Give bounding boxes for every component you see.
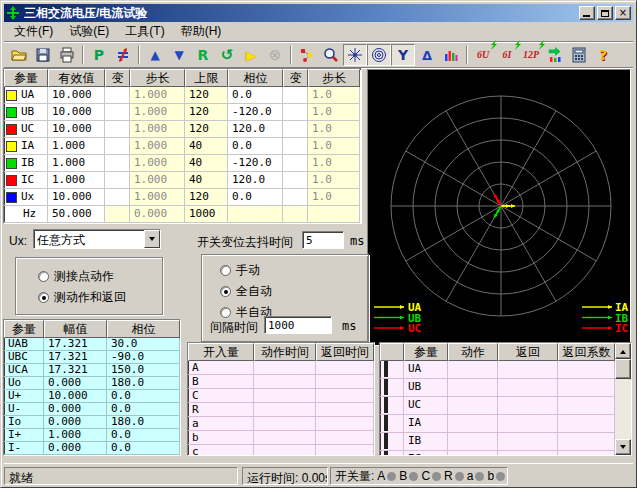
- var-cell[interactable]: [283, 87, 308, 104]
- phase-cell[interactable]: -120.0: [228, 104, 283, 121]
- scroll-down-button[interactable]: [615, 439, 631, 455]
- var-cell[interactable]: [283, 206, 308, 223]
- crosshair-view-button[interactable]: [343, 44, 367, 66]
- polar-grid-button[interactable]: [367, 44, 391, 66]
- step-down-button[interactable]: ▼: [167, 44, 191, 66]
- output-button[interactable]: [543, 44, 567, 66]
- limit-cell[interactable]: 120: [185, 87, 228, 104]
- menu-item[interactable]: 文件(F): [6, 20, 61, 43]
- six-voltage-button[interactable]: 6U: [471, 44, 495, 66]
- var-cell[interactable]: [283, 121, 308, 138]
- limit-cell[interactable]: 120: [185, 104, 228, 121]
- row-checkbox[interactable]: [384, 415, 388, 431]
- delta-view-button[interactable]: Δ: [415, 44, 439, 66]
- phase-adjust-button[interactable]: [111, 44, 135, 66]
- twelve-p-icon: 12P: [523, 50, 539, 60]
- rms-cell[interactable]: 1.000: [48, 138, 105, 155]
- limit-cell[interactable]: 120: [185, 121, 228, 138]
- phase-cell[interactable]: -120.0: [228, 155, 283, 172]
- menu-item[interactable]: 工具(T): [117, 20, 172, 43]
- rms-cell[interactable]: 1.000: [48, 172, 105, 189]
- calculator-button[interactable]: [567, 44, 591, 66]
- rms-cell[interactable]: 50.000: [48, 206, 105, 223]
- row-checkbox[interactable]: [384, 451, 388, 456]
- phase-cell[interactable]: 120.0: [228, 121, 283, 138]
- help-button[interactable]: ?: [591, 44, 615, 66]
- phase-cell[interactable]: 120.0: [228, 172, 283, 189]
- param-row: IC1.0001.00040120.01.0: [4, 172, 361, 189]
- sequence-row: U+10.0000.0: [4, 390, 180, 403]
- run-mode-option[interactable]: 全自动: [220, 283, 272, 300]
- param-name-cell: IC: [4, 172, 48, 189]
- undo-button[interactable]: ↺: [215, 44, 239, 66]
- phase-cell[interactable]: 0.0: [228, 138, 283, 155]
- start-button[interactable]: ▶: [239, 44, 263, 66]
- limit-cell[interactable]: 40: [185, 155, 228, 172]
- open-button[interactable]: [7, 44, 31, 66]
- bar-chart-button[interactable]: [439, 44, 463, 66]
- phasor-points-button[interactable]: [295, 44, 319, 66]
- var-cell[interactable]: [105, 155, 130, 172]
- row-checkbox[interactable]: [384, 379, 388, 395]
- color-swatch: [6, 107, 17, 118]
- limit-cell[interactable]: 1000: [185, 206, 228, 223]
- combo-dropdown-button[interactable]: [144, 230, 160, 248]
- limit-cell[interactable]: 40: [185, 138, 228, 155]
- ux-mode-select[interactable]: 任意方式: [33, 229, 161, 249]
- minimize-button[interactable]: [579, 6, 595, 20]
- wye-view-button[interactable]: Y: [391, 44, 415, 66]
- print-button[interactable]: [55, 44, 79, 66]
- reset-button[interactable]: R: [191, 44, 215, 66]
- twelve-p-button[interactable]: 12P: [519, 44, 543, 66]
- step-up-button[interactable]: ▲: [143, 44, 167, 66]
- six-current-button[interactable]: 6I: [495, 44, 519, 66]
- save-button[interactable]: [31, 44, 55, 66]
- var-cell[interactable]: [283, 104, 308, 121]
- var-cell[interactable]: [105, 189, 130, 206]
- scroll-thumb[interactable]: [615, 359, 631, 379]
- var-cell[interactable]: [105, 104, 130, 121]
- contact-mode-option[interactable]: 测动作和返回: [38, 289, 162, 306]
- phase-cell[interactable]: 0.0: [228, 87, 283, 104]
- return-time-cell: [316, 389, 374, 403]
- var-cell[interactable]: [283, 172, 308, 189]
- var-cell[interactable]: [105, 121, 130, 138]
- var-cell[interactable]: [105, 206, 130, 223]
- phase-cell[interactable]: [228, 206, 283, 223]
- scroll-up-button[interactable]: [615, 343, 631, 359]
- column-header: 返回系数: [558, 343, 615, 361]
- row-checkbox[interactable]: [384, 397, 388, 413]
- var-cell[interactable]: [283, 138, 308, 155]
- rms-cell[interactable]: 10.000: [48, 87, 105, 104]
- var-cell[interactable]: [105, 87, 130, 104]
- var-cell[interactable]: [105, 138, 130, 155]
- close-button[interactable]: ×: [615, 6, 631, 20]
- menu-item[interactable]: 帮助(H): [173, 20, 230, 43]
- rms-cell[interactable]: 10.000: [48, 189, 105, 206]
- scrollbar[interactable]: [615, 343, 631, 455]
- param-settings-button[interactable]: P: [87, 44, 111, 66]
- stop-button[interactable]: ⊗: [263, 44, 287, 66]
- binary-input-row: R: [188, 403, 374, 417]
- menu-item[interactable]: 试验(E): [61, 20, 117, 43]
- debounce-input[interactable]: 5: [302, 231, 344, 249]
- row-checkbox[interactable]: [384, 433, 388, 449]
- rms-cell[interactable]: 10.000: [48, 121, 105, 138]
- var-cell[interactable]: [283, 155, 308, 172]
- limit-cell[interactable]: 40: [185, 172, 228, 189]
- zoom-button[interactable]: [319, 44, 343, 66]
- contact-mode-option[interactable]: 测接点动作: [38, 268, 162, 285]
- step-cell: 1.0: [308, 121, 360, 138]
- row-checkbox[interactable]: [384, 361, 388, 377]
- limit-cell[interactable]: 120: [185, 189, 228, 206]
- down-triangle-icon: ▼: [174, 48, 183, 62]
- phase-cell[interactable]: 0.0: [228, 189, 283, 206]
- run-mode-option[interactable]: 手动: [220, 262, 272, 279]
- var-cell[interactable]: [105, 172, 130, 189]
- param-row: Ux10.0001.0001200.01.0: [4, 189, 361, 206]
- rms-cell[interactable]: 1.000: [48, 155, 105, 172]
- rms-cell[interactable]: 10.000: [48, 104, 105, 121]
- interval-input[interactable]: 1000: [264, 316, 332, 334]
- var-cell[interactable]: [283, 189, 308, 206]
- maximize-button[interactable]: [597, 6, 613, 20]
